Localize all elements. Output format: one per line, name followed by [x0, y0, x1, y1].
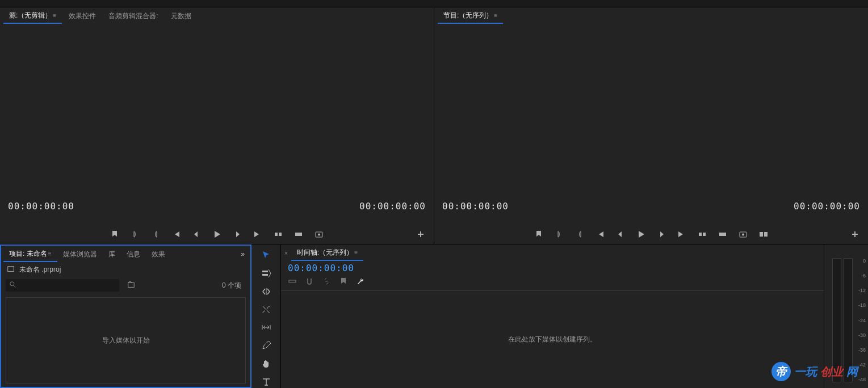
step-back-icon[interactable] — [615, 229, 626, 239]
hand-tool[interactable] — [258, 357, 274, 370]
svg-rect-12 — [764, 232, 768, 237]
selection-tool[interactable] — [258, 249, 274, 262]
tab-media-browser[interactable]: 媒体浏览器 — [57, 247, 103, 262]
tab-source-label: 源:（无剪辑） — [9, 11, 52, 19]
ripple-edit-tool[interactable] — [258, 285, 274, 298]
tab-effect-controls[interactable]: 效果控件 — [63, 9, 102, 23]
program-time-right[interactable]: 00:00:00:00 — [794, 201, 860, 212]
timeline-timecode[interactable]: 00:00:00:00 — [288, 263, 354, 273]
tab-libraries[interactable]: 库 — [103, 247, 121, 262]
export-frame-icon[interactable] — [738, 229, 748, 239]
svg-rect-2 — [279, 233, 282, 236]
marker-icon[interactable] — [110, 229, 120, 239]
close-icon[interactable]: × — [284, 250, 288, 256]
go-to-in-icon[interactable] — [171, 229, 181, 239]
add-button-icon[interactable] — [416, 229, 426, 239]
bottom-row: 项目: 未命名≡ 媒体浏览器 库 信息 效果 » 未命名 .prproj 0 个… — [0, 244, 868, 388]
svg-point-5 — [318, 234, 320, 236]
program-time-left[interactable]: 00:00:00:00 — [442, 201, 509, 212]
in-point-icon[interactable] — [554, 229, 564, 239]
monitor-row: 源:（无剪辑）≡ 效果控件 音频剪辑混合器: 元数据 00:00:00:00 0… — [0, 7, 868, 244]
meter-label: -30 — [854, 332, 866, 338]
tab-metadata[interactable]: 元数据 — [165, 9, 197, 23]
out-point-icon[interactable] — [575, 229, 585, 239]
razor-tool[interactable] — [258, 303, 274, 316]
meter-label: -12 — [854, 288, 866, 293]
wrench-icon[interactable] — [356, 277, 365, 286]
linked-selection-icon[interactable] — [322, 277, 331, 286]
timeline-body[interactable]: 在此处放下媒体以创建序列。 — [281, 290, 824, 388]
step-forward-icon[interactable] — [656, 229, 666, 239]
source-ruler[interactable] — [0, 214, 434, 225]
track-select-tool[interactable] — [258, 267, 274, 280]
svg-rect-6 — [699, 233, 702, 236]
play-icon[interactable] — [212, 229, 222, 239]
step-forward-icon[interactable] — [232, 229, 242, 239]
tab-menu-icon[interactable]: ≡ — [48, 251, 52, 257]
export-frame-icon[interactable] — [314, 229, 324, 239]
source-time-row: 00:00:00:00 00:00:00:00 — [0, 197, 434, 214]
timeline-panel: × 时间轴:（无序列）≡ 00:00:00:00 在此处放下媒体以创建序列。 — [281, 244, 824, 388]
project-file-name: 未命名 .prproj — [19, 265, 61, 275]
project-panel: 项目: 未命名≡ 媒体浏览器 库 信息 效果 » 未命名 .prproj 0 个… — [0, 244, 251, 388]
type-tool[interactable] — [258, 376, 274, 388]
meter-track — [832, 258, 853, 382]
sequence-settings-icon[interactable] — [288, 277, 297, 286]
source-mid-icons — [214, 202, 220, 210]
overwrite-icon[interactable] — [293, 229, 304, 239]
timeline-tabs: × 时间轴:（无序列）≡ — [281, 244, 824, 262]
tab-timeline[interactable]: 时间轴:（无序列）≡ — [291, 246, 363, 261]
item-count-label: 0 个项 — [222, 281, 241, 290]
overflow-icon[interactable]: » — [241, 250, 245, 258]
slip-tool[interactable] — [258, 322, 274, 334]
tab-info[interactable]: 信息 — [121, 247, 146, 262]
extract-icon[interactable] — [718, 229, 728, 239]
media-bin[interactable]: 导入媒体以开始 — [6, 297, 246, 383]
snap-icon[interactable] — [305, 277, 314, 286]
search-input[interactable] — [19, 282, 116, 289]
pen-tool[interactable] — [258, 339, 274, 352]
tab-program[interactable]: 节目:（无序列）≡ — [438, 9, 503, 24]
tab-project[interactable]: 项目: 未命名≡ — [3, 247, 57, 262]
in-point-icon[interactable] — [130, 229, 140, 239]
source-time-right[interactable]: 00:00:00:00 — [359, 201, 426, 212]
project-file-row: 未命名 .prproj — [1, 263, 250, 277]
top-bar — [0, 0, 868, 7]
comparison-view-icon[interactable] — [758, 229, 769, 239]
go-to-out-icon[interactable] — [677, 229, 687, 239]
search-input-box[interactable] — [6, 279, 119, 292]
tab-effects[interactable]: 效果 — [146, 247, 171, 262]
program-time-row: 00:00:00:00 00:00:00:00 — [434, 197, 868, 214]
svg-rect-7 — [703, 233, 706, 236]
tab-audio-clip-mixer[interactable]: 音频剪辑混合器: — [103, 9, 163, 23]
project-file-icon — [7, 265, 15, 275]
lift-icon[interactable] — [697, 229, 707, 239]
tab-source[interactable]: 源:（无剪辑）≡ — [3, 9, 62, 24]
tool-palette — [251, 244, 281, 388]
timeline-empty-hint: 在此处放下媒体以创建序列。 — [508, 335, 597, 344]
project-tabs: 项目: 未命名≡ 媒体浏览器 库 信息 效果 » — [1, 246, 250, 263]
program-ruler[interactable] — [434, 214, 868, 225]
new-bin-icon[interactable] — [127, 281, 135, 290]
source-time-left[interactable]: 00:00:00:00 — [8, 201, 74, 212]
go-to-out-icon[interactable] — [253, 229, 263, 239]
project-search-row: 0 个项 — [1, 277, 250, 294]
step-back-icon[interactable] — [191, 229, 202, 239]
audio-meter-panel: 0 -6 -12 -18 -24 -30 -36 -42 -48 — [824, 244, 868, 388]
tab-menu-icon[interactable]: ≡ — [494, 12, 497, 19]
source-monitor-panel: 源:（无剪辑）≡ 效果控件 音频剪辑混合器: 元数据 00:00:00:00 0… — [0, 7, 434, 244]
source-viewer — [0, 24, 434, 197]
svg-rect-16 — [262, 271, 268, 272]
marker-icon[interactable] — [534, 229, 544, 239]
svg-rect-1 — [275, 233, 278, 236]
play-icon[interactable] — [636, 229, 646, 239]
search-icon — [9, 281, 17, 290]
out-point-icon[interactable] — [150, 229, 161, 239]
go-to-in-icon[interactable] — [595, 229, 605, 239]
program-tabs: 节目:（无序列）≡ — [434, 7, 868, 24]
insert-icon[interactable] — [273, 229, 283, 239]
add-button-icon[interactable] — [850, 229, 860, 239]
tab-menu-icon[interactable]: ≡ — [53, 12, 56, 19]
tab-menu-icon[interactable]: ≡ — [354, 250, 358, 256]
marker-icon[interactable] — [339, 277, 348, 286]
